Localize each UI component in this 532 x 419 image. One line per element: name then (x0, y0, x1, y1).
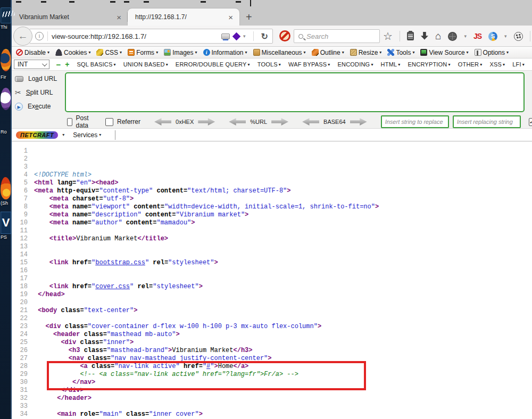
back-button[interactable]: ← (13, 27, 32, 46)
encode-arrow-right-icon[interactable] (271, 118, 288, 125)
webdev-item-cookies[interactable]: Cookies▾ (55, 49, 90, 56)
sql-menu-other[interactable]: OTHER▾ (458, 61, 483, 68)
globe-icon[interactable] (448, 32, 457, 41)
purple-diamond-icon[interactable] (232, 32, 241, 40)
search-bar[interactable]: Search (294, 29, 380, 43)
line-number: 30 (14, 379, 28, 386)
v-app-icon[interactable]: V (1, 212, 11, 234)
sql-menu-sql-basics[interactable]: SQL BASICS▾ (77, 61, 115, 68)
home-icon[interactable]: ⌂ (435, 31, 441, 41)
site-info-icon[interactable]: i (35, 32, 44, 40)
netcraft-logo[interactable]: ΠETCRAFT (16, 131, 58, 139)
line-number: 2 (14, 155, 28, 163)
line-number: 21 (14, 307, 28, 314)
sql-menu-encoding[interactable]: ENCODING▾ (338, 61, 373, 68)
webdev-item-options[interactable]: Options▾ (475, 49, 509, 56)
encode-arrow-right-icon[interactable] (350, 118, 367, 125)
close-icon[interactable]: × (227, 13, 234, 22)
blocker-ban-icon[interactable] (279, 30, 290, 41)
sql-menu-union-based[interactable]: UNION BASED▾ (123, 61, 168, 68)
injection-type-select[interactable]: INT (14, 60, 49, 69)
referrer-checkbox[interactable]: Referrer (105, 114, 140, 129)
flame-app-icon[interactable] (1, 177, 11, 199)
line-number: 6 (14, 187, 28, 195)
webdev-item-tools[interactable]: Tools▾ (387, 49, 414, 56)
source-token: <link (49, 283, 69, 290)
firefox-icon[interactable] (1, 49, 11, 71)
chevron-down-icon[interactable]: ▾ (464, 33, 467, 39)
chevron-down-icon: ▾ (522, 62, 525, 67)
replace-with-input[interactable] (453, 115, 521, 128)
source-token: "stylesheet" (168, 259, 214, 266)
webdev-item-forms[interactable]: Forms▾ (128, 49, 158, 56)
source-token: class= (84, 347, 107, 354)
cookie-icon[interactable] (514, 32, 523, 41)
line-number: 19 (14, 291, 28, 298)
close-icon[interactable]: × (115, 13, 122, 22)
webdev-item-css[interactable]: CSS▾ (96, 49, 122, 56)
js-toggle-badge[interactable]: JS (473, 32, 481, 40)
clipboard-icon[interactable] (407, 32, 414, 40)
bookmark-star-icon[interactable]: ☆ (383, 30, 393, 43)
checkbox-unchecked[interactable] (67, 118, 72, 126)
decode-arrow-left-icon[interactable] (302, 118, 319, 125)
sql-menu-lfi[interactable]: LFI▾ (512, 61, 525, 68)
encode-arrow-right-icon[interactable] (198, 118, 215, 125)
tab-vibranium-market[interactable]: Vibranium Market × (12, 9, 128, 26)
source-token: <link (49, 259, 69, 266)
downloads-icon[interactable] (421, 32, 428, 40)
chevron-down-icon[interactable]: ▾ (62, 132, 64, 137)
sql-menu-tools[interactable]: TOOLS▾ (257, 61, 281, 68)
reload-icon[interactable]: ↻ (261, 31, 268, 41)
line-number: 17 (14, 275, 28, 282)
netcraft-services-menu[interactable]: Services ▾ (73, 131, 105, 139)
checkbox-checked[interactable]: ✓ (529, 118, 532, 126)
line-number: 29 (14, 371, 28, 378)
sql-menu-html[interactable]: HTML▾ (381, 61, 401, 68)
add-button[interactable]: + (65, 60, 69, 69)
webdev-item-information[interactable]: iInformation▾ (203, 49, 247, 56)
webdev-item-resize[interactable]: Resize▾ (350, 49, 382, 56)
remove-button[interactable]: − (56, 60, 61, 69)
post-data-checkbox[interactable]: Post data (67, 114, 92, 129)
source-line: 6<meta http-equiv="content-type" content… (14, 187, 532, 195)
url-text[interactable]: view-source:http://192.168.1.7/ (52, 32, 221, 40)
source-line: 12 <title>Vibranium Market</title> (14, 235, 532, 243)
sql-menu-waf-bypass[interactable]: WAF BYPASS▾ (288, 61, 330, 68)
source-token (34, 203, 49, 211)
decode-arrow-left-icon[interactable] (229, 118, 246, 125)
source-token: "content-type" (99, 187, 153, 195)
replace-search-input[interactable] (381, 115, 449, 128)
split-url-button[interactable]: ✂ Split URL (15, 87, 66, 98)
sql-menu-error-double-query[interactable]: ERROR/DOUBLE QUERY▾ (176, 61, 250, 68)
webdev-item-images[interactable]: Images▾ (164, 49, 197, 56)
menu-label: Resize (359, 49, 378, 56)
source-link[interactable]: cover.css (95, 283, 130, 290)
checkbox-unchecked[interactable] (105, 118, 113, 126)
new-tab-button[interactable]: + (246, 11, 252, 23)
webdev-item-disable[interactable]: Disable▾ (16, 49, 49, 56)
source-token: </title> (137, 235, 168, 242)
tor-browser-icon[interactable] (1, 88, 11, 110)
url-bar[interactable]: i view-source:http://192.168.1.7/ ▾ ↻ (29, 29, 273, 44)
webdev-item-outline[interactable]: Outline▾ (312, 49, 344, 56)
sql-menu-encryption[interactable]: ENCRYPTION▾ (408, 61, 451, 68)
tab-192-168-1-7[interactable]: http://192.168.1.7/ × (128, 9, 239, 26)
hackbar-url-textarea[interactable] (65, 72, 525, 112)
sql-menu-xss[interactable]: XSS▾ (489, 61, 505, 68)
webdev-item-view-source[interactable]: View Source▾ (420, 49, 468, 56)
this-pc-icon[interactable] (1, 7, 11, 23)
decode-arrow-left-icon[interactable] (154, 118, 171, 125)
line-number: 28 (14, 363, 28, 370)
chevron-down-icon[interactable]: ▾ (504, 33, 507, 39)
webdev-item-miscellaneous[interactable]: Miscellaneous▾ (253, 49, 306, 56)
proxy-switch-icon[interactable]: S (488, 32, 497, 41)
server-page-action-icon[interactable] (221, 33, 230, 39)
play-icon: ▶ (15, 103, 23, 111)
replace-all-checkbox[interactable]: ✓ Replace All (529, 114, 532, 129)
chevron-down-icon[interactable]: ▾ (243, 33, 246, 39)
load-url-button[interactable]: Load URL (15, 73, 66, 85)
execute-button[interactable]: ▶ Execute (15, 100, 66, 112)
source-link[interactable]: bootstrap.css (95, 259, 145, 266)
source-token: content= (156, 187, 187, 195)
